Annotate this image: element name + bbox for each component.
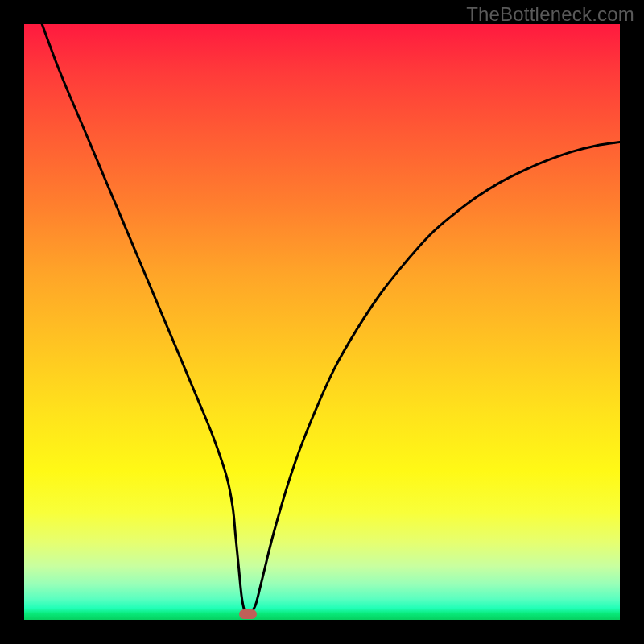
plot-area [24,24,620,620]
optimum-marker [239,609,257,619]
curve-svg [24,24,620,620]
chart-frame: TheBottleneck.com [0,0,644,644]
bottleneck-curve [42,24,620,614]
watermark-text: TheBottleneck.com [466,3,634,26]
